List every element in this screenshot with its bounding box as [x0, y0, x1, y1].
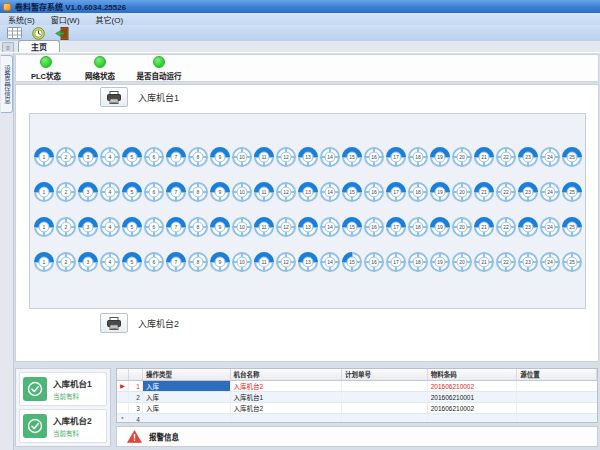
table-cell[interactable] [517, 403, 597, 413]
reel-slot[interactable]: 1 [34, 147, 54, 167]
reel-slot[interactable]: 2 [56, 182, 76, 202]
table-cell[interactable]: 入库 [143, 403, 231, 413]
table-cell[interactable]: 入库机台2 [231, 403, 343, 413]
reel-slot[interactable]: 23 [518, 217, 538, 237]
reel-slot[interactable]: 4 [100, 182, 120, 202]
reel-slot[interactable]: 24 [540, 217, 560, 237]
reel-slot[interactable]: 7 [166, 217, 186, 237]
table-cell[interactable]: 3 [129, 403, 143, 413]
reel-slot[interactable]: 6 [144, 252, 164, 272]
reel-slot[interactable]: 16 [364, 147, 384, 167]
reel-slot[interactable]: 14 [320, 252, 340, 272]
reel-slot[interactable]: 16 [364, 252, 384, 272]
reel-slot[interactable]: 8 [188, 252, 208, 272]
table-cell[interactable] [231, 414, 343, 423]
reel-slot[interactable]: 12 [276, 182, 296, 202]
table-cell[interactable]: 入库机台1 [231, 392, 343, 402]
reel-slot[interactable]: 15 [342, 182, 362, 202]
reel-slot[interactable]: 9 [210, 147, 230, 167]
reel-slot[interactable]: 9 [210, 252, 230, 272]
table-cell[interactable] [428, 414, 518, 423]
table-cell[interactable] [143, 414, 231, 423]
table-row[interactable]: *4 [117, 414, 597, 423]
table-row[interactable]: 2入库入库机台1201606210001 [117, 392, 597, 403]
reel-slot[interactable]: 13 [298, 252, 318, 272]
reel-slot[interactable]: 16 [364, 217, 384, 237]
machine2-status-card[interactable]: 入库机台2 当前有料 [19, 409, 107, 443]
clock-icon[interactable] [30, 27, 46, 40]
reel-slot[interactable]: 9 [210, 182, 230, 202]
side-tab-monitor[interactable]: 设备监控信息 [1, 55, 13, 113]
reel-slot[interactable]: 9 [210, 217, 230, 237]
reel-slot[interactable]: 5 [122, 182, 142, 202]
reel-slot[interactable]: 21 [474, 252, 494, 272]
reel-slot[interactable]: 17 [386, 217, 406, 237]
reel-slot[interactable]: 17 [386, 252, 406, 272]
table-row[interactable]: 3入库入库机台2201606210002 [117, 403, 597, 414]
reel-slot[interactable]: 23 [518, 252, 538, 272]
reel-slot[interactable]: 20 [452, 252, 472, 272]
reel-slot[interactable]: 8 [188, 147, 208, 167]
table-cell[interactable]: 入库机台2 [231, 381, 343, 391]
reel-slot[interactable]: 20 [452, 147, 472, 167]
reel-slot[interactable]: 8 [188, 217, 208, 237]
reel-slot[interactable]: 23 [518, 182, 538, 202]
reel-slot[interactable]: 15 [342, 252, 362, 272]
reel-slot[interactable]: 5 [122, 217, 142, 237]
column-header[interactable]: 物料条码 [428, 369, 518, 380]
reel-slot[interactable]: 24 [540, 252, 560, 272]
reel-slot[interactable]: 22 [496, 182, 516, 202]
reel-slot[interactable]: 1 [34, 182, 54, 202]
reel-slot[interactable]: 10 [232, 252, 252, 272]
reel-slot[interactable]: 3 [78, 182, 98, 202]
column-header[interactable]: 机台名称 [231, 369, 343, 380]
table-cell[interactable]: 201606210002 [428, 403, 518, 413]
reel-slot[interactable]: 18 [408, 217, 428, 237]
reel-slot[interactable]: 22 [496, 252, 516, 272]
menu-other[interactable]: 其它(O) [88, 14, 132, 25]
table-cell[interactable]: 入库 [143, 392, 231, 402]
reel-slot[interactable]: 2 [56, 217, 76, 237]
reel-slot[interactable]: 22 [496, 147, 516, 167]
reel-slot[interactable]: 20 [452, 217, 472, 237]
reel-slot[interactable]: 5 [122, 147, 142, 167]
column-header[interactable] [117, 369, 129, 380]
reel-slot[interactable]: 18 [408, 252, 428, 272]
reel-slot[interactable]: 4 [100, 217, 120, 237]
reel-slot[interactable]: 19 [430, 252, 450, 272]
table-icon[interactable] [6, 27, 22, 40]
reel-slot[interactable]: 16 [364, 182, 384, 202]
machine1-status-card[interactable]: 入库机台1 当前有料 [19, 372, 107, 406]
reel-slot[interactable]: 25 [562, 147, 582, 167]
exit-icon[interactable] [54, 27, 70, 40]
table-cell[interactable] [342, 381, 428, 391]
reel-slot[interactable]: 10 [232, 217, 252, 237]
table-cell[interactable] [517, 392, 597, 402]
table-cell[interactable]: 2 [129, 392, 143, 402]
column-header[interactable]: 计划单号 [342, 369, 428, 380]
reel-slot[interactable]: 24 [540, 182, 560, 202]
reel-slot[interactable]: 4 [100, 252, 120, 272]
table-cell[interactable] [342, 414, 428, 423]
table-cell[interactable]: 1 [129, 381, 143, 391]
reel-slot[interactable]: 13 [298, 147, 318, 167]
reel-slot[interactable]: 3 [78, 147, 98, 167]
table-cell[interactable] [117, 403, 129, 413]
reel-slot[interactable]: 15 [342, 147, 362, 167]
menu-system[interactable]: 系统(S) [0, 14, 43, 25]
reel-slot[interactable]: 12 [276, 147, 296, 167]
reel-slot[interactable]: 17 [386, 182, 406, 202]
reel-slot[interactable]: 10 [232, 147, 252, 167]
column-header[interactable]: 源位置 [517, 369, 597, 380]
table-cell[interactable]: 4 [129, 414, 143, 423]
reel-slot[interactable]: 15 [342, 217, 362, 237]
reel-slot[interactable]: 11 [254, 252, 274, 272]
column-header[interactable] [129, 369, 143, 380]
reel-slot[interactable]: 21 [474, 182, 494, 202]
reel-slot[interactable]: 14 [320, 217, 340, 237]
reel-slot[interactable]: 25 [562, 252, 582, 272]
reel-slot[interactable]: 20 [452, 182, 472, 202]
reel-slot[interactable]: 11 [254, 147, 274, 167]
reel-slot[interactable]: 1 [34, 252, 54, 272]
column-header[interactable]: 操作类型 [143, 369, 231, 380]
